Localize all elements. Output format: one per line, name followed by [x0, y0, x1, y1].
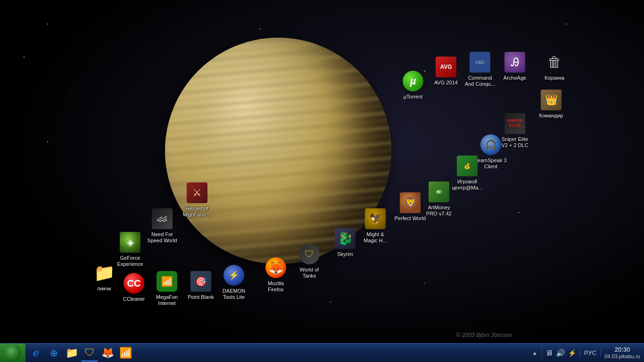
- trash-icon: 🗑: [544, 52, 565, 73]
- systray-arrow[interactable]: ▲: [532, 350, 537, 356]
- icon-geforce[interactable]: ◈ GeForce Experience: [113, 231, 147, 268]
- firefox-icon: 🦊: [265, 257, 286, 278]
- trash-label: Корзина: [544, 74, 565, 82]
- pointblank-icon: 🎯: [190, 271, 211, 292]
- desktop-icons-container: 📁 пикчи CC CCleaner 📶 MegaFon Internet 🎯…: [0, 0, 644, 362]
- archeage-icon-img: Ꭿ: [504, 51, 526, 74]
- taskbar-time: 20:30: [604, 346, 640, 354]
- mm-label: Might & Magic H...: [358, 231, 392, 244]
- avg-icon-img: AVG: [435, 56, 457, 78]
- heroes-icon-img: ⚔: [186, 181, 208, 204]
- avg-icon: AVG: [436, 57, 456, 77]
- taskbar-pinned-icons: ℯ ⊕ 📁 🛡 🦊 📶: [25, 345, 136, 362]
- icon-commander[interactable]: 👑 Командир: [534, 89, 568, 119]
- geforce-icon: ◈: [120, 232, 140, 253]
- taskbar-date: 04.03.pikabu.ru: [604, 354, 640, 360]
- wot-label: World of Tanks: [292, 266, 326, 280]
- megafon-icon: 📶: [157, 271, 177, 292]
- taskbar-megafon-icon[interactable]: 📶: [117, 345, 134, 362]
- perfect-icon: 🦁: [400, 192, 421, 213]
- firefox-tb-icon: 🦊: [101, 347, 114, 359]
- icon-nfs[interactable]: 🏎 Need For Speed World: [145, 207, 179, 244]
- icon-mm[interactable]: 🦅 Might & Magic H...: [358, 207, 392, 244]
- megafon-tb-icon: 📶: [119, 347, 132, 359]
- pikchi-label: пикчи: [97, 285, 112, 292]
- heroes-icon: ⚔: [187, 182, 207, 203]
- taskbar-folder-icon[interactable]: 📁: [63, 345, 80, 362]
- icon-command[interactable]: C&C Command And Conqu...: [463, 51, 497, 88]
- wot-icon-img: 🛡: [298, 243, 321, 265]
- heroes-label: Heroes of Might and ...: [180, 205, 214, 218]
- skyrim-label: Skyrim: [336, 251, 354, 258]
- icon-megafon[interactable]: 📶 MegaFon Internet: [150, 270, 184, 307]
- utorrent-u: µ: [410, 75, 416, 87]
- daemon-label: DAEMON Tools Lite: [217, 288, 251, 301]
- sniper-icon: SNIPERELITE: [504, 113, 525, 134]
- wot-tb-icon: 🛡: [84, 346, 95, 359]
- nfs-icon: 🏎: [152, 208, 173, 229]
- nfs-icon-img: 🏎: [151, 207, 173, 230]
- archeage-icon: Ꭿ: [504, 52, 525, 73]
- pointblank-icon-img: 🎯: [190, 270, 212, 293]
- archeage-label: ArcheAge: [503, 74, 527, 82]
- geforce-icon-img: ◈: [119, 231, 141, 254]
- commander-icon: 👑: [541, 90, 561, 110]
- command-icon: C&C: [470, 52, 490, 73]
- taskbar-clock[interactable]: 20:30 04.03.pikabu.ru: [601, 346, 644, 360]
- pikchi-icon-img: 📁: [93, 262, 116, 284]
- daemon-icon-img: ⚡: [223, 264, 245, 287]
- daemon-icon: ⚡: [223, 265, 244, 286]
- icon-pointblank[interactable]: 🎯 Point Blank: [184, 270, 218, 301]
- skyrim-icon: 🐉: [335, 228, 355, 249]
- start-button[interactable]: [0, 344, 25, 362]
- sniper-icon-img: SNIPERELITE: [504, 112, 526, 135]
- taskbar-edge-icon[interactable]: ⊕: [45, 345, 62, 362]
- igrovoy-icon: 💰: [457, 156, 478, 176]
- icon-wot[interactable]: 🛡 World of Tanks: [292, 243, 326, 280]
- folder-icon: 📁: [94, 263, 115, 283]
- mm-icon-img: 🦅: [364, 207, 387, 230]
- icon-firefox[interactable]: 🦊 Mozilla Firefox: [259, 256, 293, 293]
- nfs-label: Need For Speed World: [145, 231, 179, 244]
- skyrim-icon-img: 🐉: [334, 227, 356, 250]
- avg-label: AVG 2014: [433, 79, 459, 86]
- folder-tb-icon: 📁: [66, 347, 78, 359]
- taskbar-ie-icon[interactable]: ℯ: [27, 345, 44, 362]
- utorrent-icon: µ: [403, 71, 423, 91]
- edge-icon: ⊕: [50, 347, 58, 359]
- icon-archeage[interactable]: Ꭿ ArcheAge: [498, 51, 532, 82]
- systray-battery-icon[interactable]: ⚡: [568, 349, 576, 357]
- ie-icon: ℯ: [33, 347, 39, 359]
- icon-skyrim[interactable]: 🐉 Skyrim: [328, 227, 362, 258]
- icon-artmoney[interactable]: 💵 ArtMoney PRO v7.42: [422, 181, 456, 217]
- artmoney-label: ArtMoney PRO v7.42: [422, 204, 456, 217]
- perfect-icon-img: 🦁: [399, 191, 421, 214]
- utorrent-label: µTorrent: [403, 93, 424, 100]
- trash-icon-img: 🗑: [543, 51, 566, 74]
- command-label: Command And Conqu...: [463, 74, 497, 88]
- icon-utorrent[interactable]: µ µTorrent: [396, 70, 430, 100]
- firefox-icon-img: 🦊: [264, 256, 287, 279]
- systray-divider: [541, 346, 542, 360]
- icon-ccleaner[interactable]: CC CCleaner: [117, 272, 151, 303]
- pointblank-label: Point Blank: [187, 294, 215, 301]
- geforce-label: GeForce Experience: [113, 255, 147, 268]
- icon-daemon[interactable]: ⚡ DAEMON Tools Lite: [217, 264, 251, 301]
- ccleaner-label: CCleaner: [122, 296, 146, 303]
- taskbar-language[interactable]: РУС: [580, 349, 601, 356]
- system-tray: ▲ 🖥 🔊 ⚡: [528, 346, 580, 360]
- artmoney-icon-img: 💵: [428, 181, 450, 203]
- teamspeak-icon-img: 🎧: [479, 133, 502, 156]
- commander-icon-img: 👑: [540, 89, 562, 111]
- utorrent-icon-img: µ: [402, 70, 424, 92]
- icon-avg[interactable]: AVG AVG 2014: [429, 56, 463, 86]
- systray-speakers-icon[interactable]: 🔊: [556, 348, 565, 357]
- icon-trash[interactable]: 🗑 Корзина: [537, 51, 571, 82]
- systray-network-icon[interactable]: 🖥: [545, 349, 553, 357]
- taskbar-firefox-icon[interactable]: 🦊: [99, 345, 116, 362]
- firefox-label: Mozilla Firefox: [259, 280, 293, 293]
- start-orb: [4, 345, 21, 362]
- icon-heroes[interactable]: ⚔ Heroes of Might and ...: [180, 181, 214, 218]
- taskbar-wot-icon[interactable]: 🛡: [81, 345, 98, 362]
- megafon-label: MegaFon Internet: [150, 294, 184, 307]
